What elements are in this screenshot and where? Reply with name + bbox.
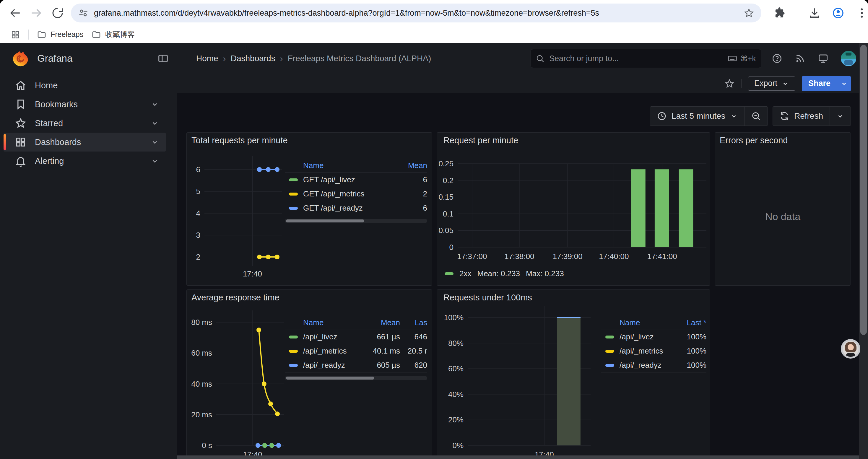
sidebar-item-label: Alerting: [35, 156, 64, 166]
chevron-down-icon[interactable]: [150, 119, 159, 128]
breadcrumb-dashboards[interactable]: Dashboards: [231, 54, 275, 63]
sidebar-item-label: Home: [35, 80, 58, 90]
legend-series-name[interactable]: GET /api/_metrics: [303, 189, 395, 198]
svg-text:40 ms: 40 ms: [191, 380, 212, 388]
folder-icon: [92, 30, 101, 39]
sidebar-item-bookmarks[interactable]: Bookmarks: [4, 95, 166, 114]
series-color-chip[interactable]: [289, 350, 298, 353]
breadcrumb-home[interactable]: Home: [196, 54, 218, 63]
extensions-icon[interactable]: [773, 7, 785, 19]
share-menu-chevron[interactable]: [837, 76, 851, 91]
series-color-chip[interactable]: [289, 335, 298, 338]
forward-icon[interactable]: [30, 7, 42, 19]
legend-col-header[interactable]: Mean: [359, 318, 400, 327]
bar-chart[interactable]: 0.250.20.150.10.05017:37:0017:38:0017:39…: [437, 133, 710, 286]
legend-col-header[interactable]: Last *: [674, 318, 706, 327]
url-text[interactable]: grafana.mathmast.com/d/deytv4rwavabkb/fr…: [94, 8, 744, 18]
series-color-chip[interactable]: [289, 364, 298, 367]
site-settings-icon[interactable]: [78, 8, 89, 18]
svg-text:100%: 100%: [444, 313, 464, 322]
panel-title[interactable]: Average response time: [191, 293, 279, 302]
sidebar-item-dashboards[interactable]: Dashboards: [4, 133, 166, 152]
legend-table: NameMeanGET /api/_livez6GET /api/_metric…: [285, 159, 427, 223]
legend-scrollbar[interactable]: [285, 219, 427, 223]
legend-series-name[interactable]: /api/_readyz: [303, 361, 359, 370]
bookmark-star-icon[interactable]: [744, 8, 754, 18]
brand-title[interactable]: Grafana: [37, 53, 157, 64]
legend-series-name[interactable]: /api/_livez: [620, 332, 674, 341]
bar-chart[interactable]: 100%80%60%40%20%0%17:40: [437, 290, 710, 459]
legend-series-name[interactable]: GET /api/_readyz: [303, 203, 395, 213]
browser-toolbar: grafana.mathmast.com/d/deytv4rwavabkb/fr…: [0, 0, 868, 26]
export-button[interactable]: Export: [748, 76, 795, 91]
scrollbar-thumb[interactable]: [860, 45, 867, 335]
legend-series-name[interactable]: /api/_metrics: [303, 347, 359, 356]
favorite-star-icon[interactable]: [724, 78, 735, 89]
share-label[interactable]: Share: [802, 76, 837, 91]
page-scrollbar[interactable]: [859, 43, 868, 459]
legend-col-header[interactable]: Las: [400, 318, 427, 327]
legend-series-name[interactable]: 2xx: [459, 269, 471, 278]
panel-title[interactable]: Request per minute: [443, 136, 518, 145]
series-color-chip[interactable]: [606, 350, 614, 353]
panel-title[interactable]: Errors per second: [720, 136, 788, 145]
menu-kebab-icon[interactable]: [856, 7, 868, 19]
legend-series-name[interactable]: GET /api/_livez: [303, 175, 395, 184]
panel-title[interactable]: Total requests per minute: [191, 136, 288, 145]
sidebar-toggle-icon[interactable]: [157, 53, 169, 64]
time-range-picker[interactable]: Last 5 minutes: [650, 107, 744, 126]
reload-icon[interactable]: [52, 7, 64, 19]
apps-grid-icon[interactable]: [11, 30, 20, 39]
svg-text:4: 4: [196, 209, 200, 218]
bookmark-folder-blogs[interactable]: 收藏博客: [92, 30, 135, 39]
download-icon[interactable]: [808, 7, 821, 19]
url-bar[interactable]: grafana.mathmast.com/d/deytv4rwavabkb/fr…: [71, 4, 761, 23]
search-box[interactable]: ⌘+k: [531, 49, 761, 68]
legend-series-name[interactable]: /api/_readyz: [620, 361, 674, 370]
panel-title[interactable]: Requests under 100ms: [443, 293, 532, 302]
legend: 2xx Mean: 0.233 Max: 0.233: [445, 269, 564, 278]
legend-series-name[interactable]: /api/_livez: [303, 332, 359, 341]
panel-total-requests: Total requests per minute 6543217:40 Nam…: [186, 132, 432, 286]
legend-col-header[interactable]: Mean: [395, 161, 427, 170]
legend-scrollbar[interactable]: [285, 376, 427, 380]
news-rss-icon[interactable]: [795, 53, 805, 64]
svg-text:17:40:00: 17:40:00: [599, 252, 629, 261]
series-color-chip[interactable]: [289, 178, 298, 182]
back-icon[interactable]: [9, 7, 21, 19]
chevron-down-icon[interactable]: [150, 138, 159, 146]
user-avatar[interactable]: [841, 51, 856, 66]
profile-icon[interactable]: [832, 7, 844, 19]
search-icon: [536, 54, 545, 63]
zoom-out-button[interactable]: [744, 107, 768, 126]
series-color-chip[interactable]: [445, 272, 454, 275]
bookmark-label: 收藏博客: [105, 30, 135, 39]
chevron-down-icon[interactable]: [150, 157, 159, 165]
assistant-avatar[interactable]: [841, 339, 860, 359]
svg-text:17:37:00: 17:37:00: [457, 252, 487, 261]
bookmarks-bar: Freeleaps 收藏博客: [0, 26, 868, 43]
sidebar-item-starred[interactable]: Starred: [4, 114, 166, 133]
legend-col-header[interactable]: Name: [620, 318, 674, 327]
bookmark-folder-freeleaps[interactable]: Freeleaps: [37, 30, 83, 39]
sidebar-item-home[interactable]: Home: [4, 76, 166, 95]
legend-series-name[interactable]: /api/_metrics: [620, 347, 674, 356]
grafana-logo[interactable]: [11, 49, 30, 68]
series-color-chip[interactable]: [606, 364, 614, 367]
share-button[interactable]: Share: [802, 76, 851, 91]
series-color-chip[interactable]: [606, 335, 614, 338]
search-input[interactable]: [549, 54, 723, 64]
horizontal-scrollbar[interactable]: [177, 455, 868, 459]
refresh-button[interactable]: Refresh: [773, 107, 830, 126]
chevron-down-icon[interactable]: [150, 100, 159, 109]
legend-col-header[interactable]: Name: [303, 318, 359, 327]
series-color-chip[interactable]: [289, 193, 298, 196]
series-color-chip[interactable]: [289, 207, 298, 210]
sidebar-item-alerting[interactable]: Alerting: [4, 152, 166, 170]
refresh-interval-chevron[interactable]: [830, 107, 850, 126]
monitor-icon[interactable]: [818, 53, 829, 64]
help-icon[interactable]: [772, 53, 782, 64]
breadcrumb: Home › Dashboards › Freeleaps Metrics Da…: [196, 43, 431, 74]
panel-errors-per-second: Errors per second No data: [715, 132, 851, 286]
legend-col-header[interactable]: Name: [303, 161, 395, 170]
